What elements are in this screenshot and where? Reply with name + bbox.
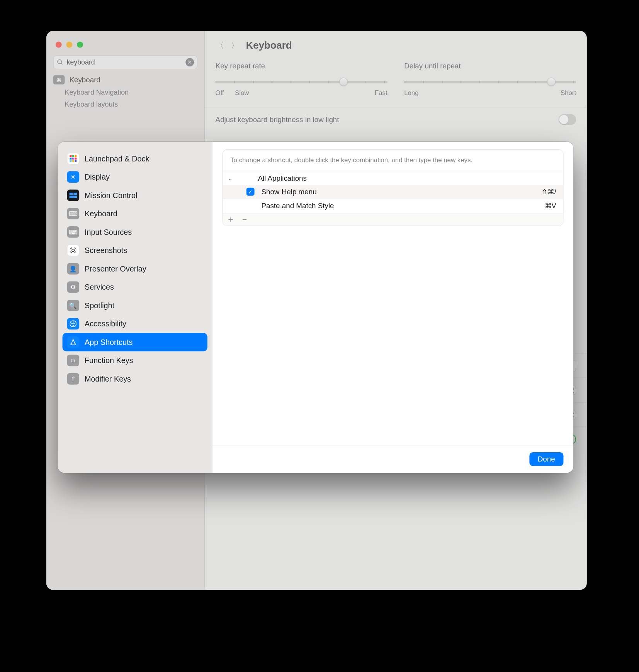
svg-point-0 <box>58 59 61 63</box>
function-keys-icon: fn <box>67 355 79 367</box>
search-input[interactable] <box>66 58 185 67</box>
category-display[interactable]: ☀ Display <box>63 168 207 186</box>
category-spotlight[interactable]: 🔍 Spotlight <box>63 296 207 315</box>
delay-until-repeat-slider[interactable]: Delay until repeat Long Short <box>404 62 576 97</box>
close-window-icon[interactable] <box>56 42 62 48</box>
svg-rect-5 <box>70 158 71 160</box>
spotlight-icon: 🔍 <box>67 300 79 311</box>
category-launchpad-dock[interactable]: Launchpad & Dock <box>63 149 207 168</box>
disclosure-triangle-icon[interactable]: ⌄ <box>228 175 236 182</box>
svg-point-16 <box>73 321 74 322</box>
category-mission-control[interactable]: Mission Control <box>63 186 207 205</box>
svg-rect-2 <box>70 155 71 157</box>
category-label: App Shortcuts <box>85 338 133 346</box>
shortcut-checkbox[interactable]: ✓ <box>246 188 255 196</box>
back-button[interactable]: 〈 <box>216 39 224 51</box>
category-label: Function Keys <box>85 356 133 365</box>
category-services[interactable]: ⚙ Services <box>63 278 207 297</box>
category-label: Spotlight <box>85 301 114 310</box>
zoom-window-icon[interactable] <box>77 42 83 48</box>
category-label: Keyboard <box>85 209 117 218</box>
category-label: Accessibility <box>85 319 126 328</box>
brightness-label: Adjust keyboard brightness in low light <box>216 115 339 124</box>
sidebar-item-keyboard[interactable]: Keyboard <box>46 73 204 87</box>
svg-rect-7 <box>75 158 76 160</box>
keyboard-icon: ⌨ <box>67 208 79 219</box>
shortcut-hint: To change a shortcut, double click the k… <box>223 150 563 171</box>
category-label: Presenter Overlay <box>85 264 146 273</box>
minimize-window-icon[interactable] <box>66 42 72 48</box>
category-input-sources[interactable]: ⌨ Input Sources <box>63 223 207 241</box>
launchpad-icon <box>67 153 79 165</box>
category-accessibility[interactable]: Accessibility <box>63 315 207 333</box>
category-label: Launchpad & Dock <box>85 154 149 163</box>
svg-rect-13 <box>69 196 77 198</box>
add-shortcut-button[interactable]: ＋ <box>226 216 235 223</box>
svg-rect-8 <box>70 160 71 162</box>
svg-point-17 <box>72 339 74 341</box>
search-icon <box>57 59 64 66</box>
category-function-keys[interactable]: fn Function Keys <box>63 351 207 370</box>
svg-rect-10 <box>75 160 76 162</box>
shortcut-name: Show Help menu <box>261 188 542 196</box>
svg-rect-4 <box>75 155 76 157</box>
shortcut-row[interactable]: Paste and Match Style ⌘V <box>223 199 563 213</box>
category-label: Services <box>85 283 114 292</box>
svg-point-14 <box>72 249 75 252</box>
window-controls <box>46 36 204 49</box>
category-label: Screenshots <box>85 246 127 255</box>
shortcut-keys[interactable]: ⌘V <box>545 202 556 210</box>
shortcut-row[interactable]: ✓ Show Help menu ⇧⌘/ <box>223 185 563 199</box>
remove-shortcut-button[interactable]: － <box>240 216 249 223</box>
brightness-toggle[interactable] <box>559 114 576 125</box>
presenter-overlay-icon: 👤 <box>67 263 79 275</box>
svg-rect-6 <box>72 158 74 160</box>
shortcut-category-sidebar: Launchpad & Dock ☀ Display Mission Contr… <box>58 142 212 473</box>
category-modifier-keys[interactable]: ⇧ Modifier Keys <box>63 370 207 388</box>
display-icon: ☀ <box>67 171 79 183</box>
category-keyboard[interactable]: ⌨ Keyboard <box>63 204 207 223</box>
category-screenshots[interactable]: Screenshots <box>63 241 207 260</box>
category-label: Mission Control <box>85 191 137 200</box>
shortcut-panel: To change a shortcut, double click the k… <box>222 149 563 226</box>
search-field[interactable]: ✕ <box>53 55 197 69</box>
services-icon: ⚙ <box>67 281 79 293</box>
group-label: All Applications <box>258 174 307 183</box>
input-sources-icon: ⌨ <box>67 226 79 238</box>
category-presenter-overlay[interactable]: 👤 Presenter Overlay <box>63 260 207 278</box>
search-result[interactable]: Keyboard Navigation <box>46 87 204 99</box>
svg-rect-3 <box>72 155 74 157</box>
svg-rect-11 <box>69 193 73 195</box>
mission-control-icon <box>67 190 79 201</box>
page-title: Keyboard <box>246 39 292 51</box>
shortcut-name: Paste and Match Style <box>261 202 545 210</box>
category-label: Modifier Keys <box>85 375 131 384</box>
category-label: Input Sources <box>85 227 132 236</box>
shortcut-group-all-applications[interactable]: ⌄ All Applications <box>223 171 563 185</box>
sidebar-item-label: Keyboard <box>69 76 100 84</box>
forward-button[interactable]: 〉 <box>231 39 239 51</box>
svg-line-1 <box>61 63 63 64</box>
screenshots-icon <box>67 244 79 256</box>
svg-rect-12 <box>73 193 77 195</box>
keyboard-icon <box>53 75 65 85</box>
keyboard-shortcuts-sheet: Launchpad & Dock ☀ Display Mission Contr… <box>58 142 574 473</box>
category-app-shortcuts[interactable]: App Shortcuts <box>63 333 207 351</box>
app-shortcuts-icon <box>67 336 79 348</box>
category-label: Display <box>85 173 110 182</box>
key-repeat-slider[interactable]: Key repeat rate Off Slow Fast <box>216 62 387 97</box>
shortcut-keys[interactable]: ⇧⌘/ <box>542 188 556 196</box>
svg-rect-9 <box>72 160 74 162</box>
accessibility-icon <box>67 318 79 329</box>
done-button[interactable]: Done <box>529 452 564 466</box>
search-result[interactable]: Keyboard layouts <box>46 98 204 110</box>
modifier-keys-icon: ⇧ <box>67 373 79 385</box>
clear-search-icon[interactable]: ✕ <box>185 58 194 66</box>
